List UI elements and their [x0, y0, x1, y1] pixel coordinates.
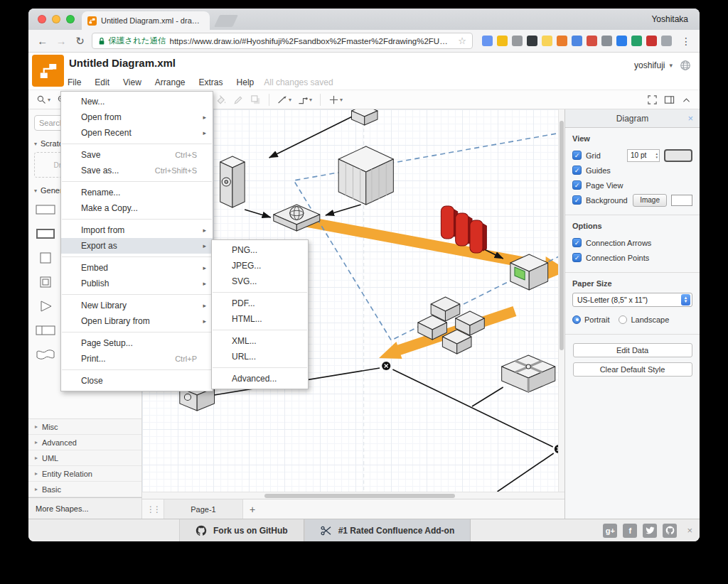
horizontal-scrollbar[interactable] [142, 492, 564, 499]
back-button[interactable]: ← [36, 35, 49, 47]
confluence-banner[interactable]: #1 Rated Confluence Add-on [304, 519, 471, 541]
menu-arrange[interactable]: Arrange [155, 77, 186, 87]
landscape-radio[interactable] [619, 315, 627, 324]
extension-icon[interactable] [482, 36, 493, 46]
extension-icon[interactable] [631, 36, 642, 46]
export-menu-item-pdf[interactable]: PDF... [212, 296, 308, 311]
connection-points-checkbox[interactable]: ✓ [572, 253, 582, 262]
file-menu-item-publish[interactable]: Publish▸ [61, 276, 213, 291]
menu-extras[interactable]: Extras [199, 77, 223, 87]
close-window-button[interactable] [38, 15, 46, 23]
language-globe-icon[interactable] [680, 60, 691, 71]
add-page-button[interactable]: + [243, 504, 262, 515]
file-menu-item-new-library[interactable]: New Library▸ [61, 298, 213, 313]
menu-help[interactable]: Help [237, 77, 255, 87]
insert-button[interactable]: ▾ [326, 92, 345, 107]
sidebar-section-uml[interactable]: ▸UML [28, 450, 141, 466]
connection-button[interactable]: ▾ [275, 92, 294, 107]
paper-size-select[interactable]: US-Letter (8,5" x 11") ▲▼ [572, 293, 692, 307]
menu-view[interactable]: View [123, 77, 141, 87]
shadow-button[interactable] [248, 92, 263, 107]
background-color-swatch[interactable] [671, 195, 692, 206]
close-icon[interactable]: × [687, 113, 693, 124]
page-view-checkbox[interactable]: ✓ [572, 180, 582, 190]
shape-tape[interactable] [33, 342, 59, 366]
background-checkbox[interactable]: ✓ [572, 195, 582, 205]
collapse-button[interactable] [679, 92, 694, 107]
new-tab-button[interactable] [214, 15, 238, 27]
shape-triangle[interactable] [33, 294, 59, 318]
menu-edit[interactable]: Edit [95, 77, 109, 87]
github-banner[interactable]: Fork us on GitHub [179, 519, 304, 541]
extension-icon[interactable] [497, 36, 508, 46]
minimize-window-button[interactable] [52, 15, 60, 23]
menu-file[interactable]: File [68, 77, 81, 87]
shape-bold-rectangle[interactable] [33, 222, 59, 245]
reload-button[interactable]: ↻ [73, 35, 87, 48]
facebook-icon[interactable]: f [623, 524, 637, 538]
file-menu-item-make-a-copy[interactable]: Make a Copy... [61, 200, 213, 216]
grid-checkbox[interactable]: ✓ [572, 151, 582, 160]
googleplus-icon[interactable]: g+ [603, 524, 617, 538]
waypoints-button[interactable]: ▾ [296, 92, 314, 107]
sidebar-section-basic[interactable]: ▸Basic [28, 482, 141, 497]
extension-icon[interactable] [512, 36, 523, 46]
file-menu-item-page-setup[interactable]: Page Setup... [61, 335, 213, 351]
sidebar-section-misc[interactable]: ▸Misc [28, 419, 141, 435]
grid-size-input[interactable]: 10 pt ▴▾ [627, 149, 660, 162]
forward-button[interactable]: → [54, 35, 68, 47]
grid-color-button[interactable] [664, 149, 692, 162]
edit-data-button[interactable]: Edit Data [573, 343, 692, 357]
file-menu-item-open-from[interactable]: Open from▸ [61, 109, 213, 125]
zoom-window-button[interactable] [66, 15, 75, 23]
export-menu-item-svg[interactable]: SVG... [212, 274, 308, 289]
file-menu-item-new[interactable]: New... [61, 94, 213, 109]
guides-checkbox[interactable]: ✓ [572, 166, 582, 175]
file-menu-item-embed[interactable]: Embed▸ [61, 260, 213, 276]
connection-arrows-checkbox[interactable]: ✓ [572, 238, 582, 247]
file-menu-item-open-recent[interactable]: Open Recent▸ [61, 125, 213, 141]
sidebar-section-entity-relation[interactable]: ▸Entity Relation [28, 466, 141, 482]
file-menu-item-export-as[interactable]: Export as▸ [61, 238, 213, 254]
export-menu-item-xml[interactable]: XML... [212, 333, 308, 349]
fullscreen-button[interactable] [645, 92, 660, 107]
export-menu-item-png[interactable]: PNG... [212, 242, 308, 258]
fill-color-button[interactable] [214, 92, 229, 107]
export-menu-item-advanced[interactable]: Advanced... [212, 371, 308, 386]
file-menu-item-rename[interactable]: Rename... [61, 185, 213, 200]
clear-default-style-button[interactable]: Clear Default Style [573, 362, 692, 377]
portrait-radio[interactable] [572, 315, 581, 324]
shape-square[interactable] [33, 246, 59, 269]
stepper-icon[interactable]: ▴▾ [655, 152, 658, 158]
file-menu-item-close[interactable]: Close [61, 373, 213, 389]
file-menu-item-save[interactable]: SaveCtrl+S [61, 147, 213, 163]
shape-framed-square[interactable] [33, 270, 59, 293]
extension-icon[interactable] [646, 36, 657, 46]
export-menu-item-jpeg[interactable]: JPEG... [212, 258, 308, 274]
file-menu-item-print[interactable]: Print...Ctrl+P [61, 351, 213, 367]
page-tab[interactable]: Page-1 [164, 499, 243, 519]
tab-diagram[interactable]: Diagram [616, 114, 648, 124]
file-menu-item-import-from[interactable]: Import from▸ [61, 222, 213, 238]
sidebar-section-advanced[interactable]: ▸Advanced [28, 435, 141, 450]
extension-icon[interactable] [616, 36, 627, 46]
extension-icon[interactable] [661, 36, 672, 46]
github-social-icon[interactable] [663, 524, 677, 538]
document-title[interactable]: Untitled Diagram.xml [69, 57, 176, 69]
line-color-button[interactable] [231, 92, 246, 107]
close-footer-icon[interactable]: × [687, 525, 692, 536]
file-menu-item-open-library-from[interactable]: Open Library from▸ [61, 313, 213, 329]
extension-icon[interactable] [587, 36, 597, 46]
extension-icon[interactable] [601, 36, 612, 46]
twitter-icon[interactable] [643, 524, 657, 538]
bookmark-star-icon[interactable]: ☆ [458, 36, 466, 46]
export-menu-item-url[interactable]: URL... [212, 349, 308, 364]
extension-icon[interactable] [572, 36, 582, 46]
browser-tab[interactable]: Untitled Diagram.xml - draw.io [82, 11, 210, 30]
browser-menu-icon[interactable]: ⋮ [681, 36, 691, 47]
background-image-button[interactable]: Image [633, 194, 667, 207]
account-menu[interactable]: yoshifuji ▾ [634, 60, 691, 71]
zoom-button[interactable]: ▾ [34, 92, 53, 107]
pages-handle[interactable]: ⋮⋮ [145, 504, 164, 514]
extension-icon[interactable] [557, 36, 567, 46]
